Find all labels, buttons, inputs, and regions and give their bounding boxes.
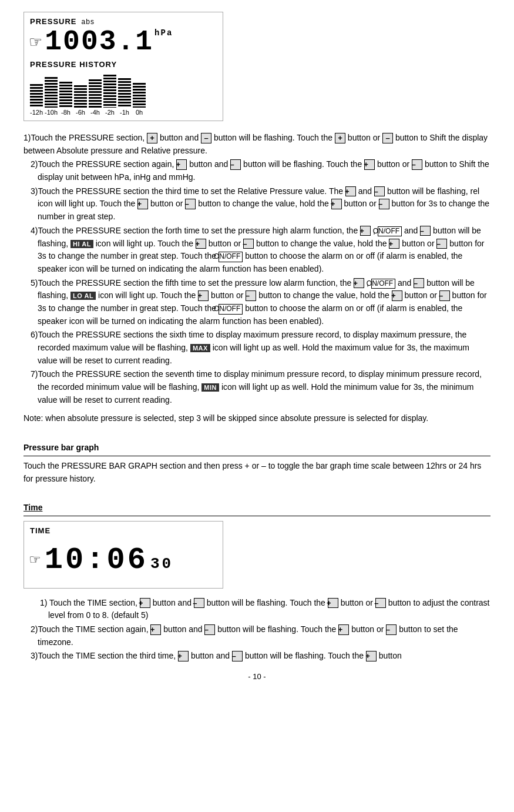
time-value: ☞ 10:06 30 [30, 537, 217, 584]
time-para-2: 2)Touch the TIME section again, + button… [31, 623, 491, 649]
minus-btn-p1a[interactable]: – [201, 133, 211, 143]
bar-5 [89, 79, 102, 108]
minus-btn-p5a[interactable]: – [414, 278, 424, 289]
minus-btn-p3a[interactable]: – [374, 186, 385, 197]
bar-group-4 [74, 85, 87, 108]
bar-group-7 [118, 78, 131, 108]
bar-group-1 [30, 84, 43, 108]
time-section-header: Time [23, 502, 491, 516]
pressure-value: ☞ 1003.1 hPa [30, 26, 217, 58]
pressure-unit: hPa [154, 28, 173, 38]
para-5: 5)Touch the PRESSURE section the fifth t… [31, 277, 491, 328]
plus-btn-t2a[interactable]: + [150, 624, 161, 635]
time-hand-icon: ☞ [30, 548, 42, 573]
bar-label-3: -8h [59, 109, 72, 116]
page-number: - 10 - [23, 672, 491, 681]
time-display-label: TIME [30, 525, 217, 537]
bar-8 [133, 83, 146, 108]
instructions: 1)Touch the PRESSURE section, + button a… [23, 132, 491, 663]
lo-al-icon: LO AL [70, 292, 96, 300]
onoff-btn-p4a[interactable]: ON/OFF [378, 226, 402, 237]
plus-btn-p4c[interactable]: + [389, 239, 399, 249]
plus-btn-p2b[interactable]: + [364, 159, 375, 170]
time-para-1: 1) Touch the TIME section, + button and … [32, 597, 491, 622]
min-icon: MIN [201, 383, 219, 392]
bar-label-5: -4h [89, 109, 102, 116]
plus-btn-p4b[interactable]: + [196, 239, 206, 249]
hi-al-icon: HI AL [70, 240, 93, 248]
minus-btn-p4b[interactable]: – [243, 239, 254, 249]
bar-7 [118, 78, 131, 108]
bar-label-4: -6h [74, 109, 87, 116]
para-3: 3)Touch the PRESSURE section the third t… [31, 185, 491, 223]
plus-btn-p5a[interactable]: + [354, 278, 364, 289]
pressure-label: PRESSURE [30, 17, 77, 26]
bar-label-6: -2h [103, 109, 116, 116]
plus-btn-p5b[interactable]: + [198, 290, 209, 301]
bar-graph [30, 72, 217, 108]
plus-btn-t2b[interactable]: + [338, 624, 349, 635]
plus-btn-p2a[interactable]: + [176, 159, 187, 170]
bar-labels: -12h -10h -8h -6h -4h -2h -1h 0h [30, 109, 217, 116]
minus-btn-p3b[interactable]: – [185, 199, 196, 209]
abs-label: abs [82, 18, 95, 26]
minus-btn-p4c[interactable]: – [436, 239, 447, 249]
plus-btn-t3a[interactable]: + [178, 651, 189, 661]
hand-icon: ☞ [30, 31, 42, 54]
plus-btn-p5c[interactable]: + [392, 290, 402, 301]
bar-group-6 [103, 75, 116, 108]
minus-btn-p5b[interactable]: – [246, 290, 256, 301]
minus-btn-t1a[interactable]: – [194, 598, 204, 609]
onoff-btn-p5b[interactable]: ON/OFF [219, 304, 243, 315]
bar-group-8 [133, 83, 146, 108]
plus-btn-t1b[interactable]: + [328, 598, 338, 609]
minus-btn-t1b[interactable]: – [375, 598, 386, 609]
plus-btn-t1a[interactable]: + [140, 598, 150, 609]
plus-btn-p3b[interactable]: + [137, 199, 148, 209]
minus-btn-p4a[interactable]: – [420, 226, 431, 236]
minus-btn-t2a[interactable]: – [204, 624, 215, 635]
para-1: 1)Touch the PRESSURE section, + button a… [23, 132, 491, 157]
minus-btn-p5c[interactable]: – [439, 290, 450, 301]
minus-btn-p2b[interactable]: – [412, 159, 422, 170]
minus-btn-p1b[interactable]: – [382, 133, 393, 143]
plus-btn-p1b[interactable]: + [335, 133, 345, 143]
plus-btn-p1a[interactable]: + [147, 133, 157, 143]
para-2: 2)Touch the PRESSURE section again, + bu… [31, 158, 491, 183]
minus-btn-p2a[interactable]: – [230, 159, 241, 170]
max-icon: MAX [190, 344, 210, 352]
onoff-btn-p5a[interactable]: ON/OFF [371, 279, 395, 289]
bar-1 [30, 84, 43, 108]
para-4: 4)Touch the PRESSURE section the forth t… [31, 225, 491, 276]
onoff-btn-p4b[interactable]: ON/OFF [219, 252, 243, 262]
minus-btn-p3c[interactable]: – [379, 199, 389, 209]
bar-label-7: -1h [118, 109, 131, 116]
bar-2 [45, 77, 58, 108]
pressure-number: 1003.1 [45, 26, 153, 58]
bar-group-2 [45, 77, 58, 108]
note-para: Note: when absolute pressure is selected… [23, 412, 491, 425]
plus-btn-p3a[interactable]: + [345, 186, 356, 197]
pressure-history-label: PRESSURE HISTORY [30, 60, 217, 69]
time-display-box: TIME ☞ 10:06 30 [23, 521, 223, 589]
pressure-display-box: PRESSURE abs ☞ 1003.1 hPa PRESSURE HISTO… [23, 12, 223, 121]
minus-btn-t2b[interactable]: – [386, 624, 397, 635]
bar-4 [74, 85, 87, 108]
time-number: 10:06 [45, 537, 148, 584]
para-7: 7)Touch the PRESSURE section the seventh… [31, 368, 491, 406]
bar-6 [103, 75, 116, 108]
time-seconds: 30 [150, 552, 173, 576]
bar-label-2: -10h [45, 109, 58, 116]
plus-btn-p4a[interactable]: + [360, 226, 371, 236]
bar-label-8: 0h [133, 109, 146, 116]
bar-label-1: -12h [30, 109, 43, 116]
minus-btn-t3a[interactable]: – [232, 651, 243, 661]
plus-btn-t3b[interactable]: + [366, 651, 377, 661]
bar-group-5 [89, 79, 102, 108]
plus-btn-p3c[interactable]: + [331, 199, 342, 209]
bar-graph-header: Pressure bar graph [23, 442, 491, 456]
time-para-3: 3)Touch the TIME section the third time,… [31, 650, 491, 663]
pressure-display-section: PRESSURE abs ☞ 1003.1 hPa PRESSURE HISTO… [23, 12, 491, 121]
bar-graph-desc: Touch the PRESSURE BAR GRAPH section and… [23, 460, 491, 485]
para-6: 6)Touch the PRESSURE sections the sixth … [31, 329, 491, 367]
